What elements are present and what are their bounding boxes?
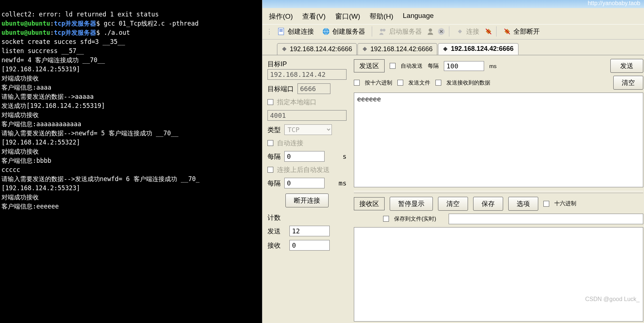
recv-count-value [289, 240, 330, 251]
tab-conn-2[interactable]: 192.168.124.42:6666 [438, 43, 518, 55]
separator [372, 26, 372, 37]
term-line: 对端成功接收 [1, 75, 39, 82]
local-port-input [267, 110, 347, 121]
interval2-input[interactable] [284, 178, 325, 188]
recv-clear-button[interactable]: 清空 [438, 197, 468, 211]
page-icon [277, 27, 285, 35]
connection-panel: 目标IP 目标端口 指定本地端口 类型 TCP 自动连接 [262, 55, 350, 323]
send-interval-input[interactable] [444, 61, 484, 71]
send-hex-checkbox[interactable] [354, 80, 360, 86]
type-label: 类型 [267, 125, 281, 134]
tab-conn-1[interactable]: 192.168.124.42:6666 [357, 43, 437, 55]
menubar: 操作(O) 查看(V) 窗口(W) 帮助(H) Language [262, 8, 644, 24]
prompt-path: tcp并发服务器 [54, 29, 96, 36]
menu-window[interactable]: 窗口(W) [335, 12, 360, 21]
svg-rect-1 [280, 30, 283, 30]
disconnect-all-button[interactable]: 全部断开 [500, 26, 543, 37]
term-line: 客户端信息:bbbb [1, 157, 51, 164]
svg-rect-2 [280, 31, 283, 31]
recv-count-label: 接收 [267, 241, 286, 250]
auto-send-label: 自动发送 [401, 63, 423, 70]
autosend-onconn-label: 连接上后自动发送 [277, 165, 330, 174]
send-hex-label: 按十六进制 [365, 79, 392, 86]
send-file-checkbox[interactable] [397, 80, 403, 86]
send-button[interactable]: 发送 [610, 59, 643, 73]
term-line: 客户端信息:aaaa [1, 84, 51, 91]
send-textarea[interactable]: eeeeee [354, 93, 643, 187]
send-count-value [289, 226, 330, 236]
unlink-all-icon [503, 27, 511, 35]
recv-save-button[interactable]: 保存 [473, 197, 503, 211]
linux-terminal[interactable]: collect2: error: ld returned 1 exit stat… [0, 0, 262, 323]
unlink-icon[interactable] [484, 27, 493, 35]
close-icon[interactable] [437, 27, 445, 35]
send-count-label: 发送 [267, 227, 286, 236]
auto-connect-checkbox[interactable] [267, 140, 273, 146]
recv-header: 接收区 暂停显示 清空 保存 选项 十六进制 [354, 197, 643, 211]
send-recvdata-checkbox[interactable] [435, 80, 441, 86]
local-port-label: 指定本地端口 [277, 98, 317, 106]
menu-language[interactable]: Language [403, 12, 434, 21]
menu-help[interactable]: 帮助(H) [370, 12, 393, 21]
auto-send-checkbox[interactable] [390, 63, 396, 69]
menu-operate[interactable]: 操作(O) [269, 12, 293, 21]
prompt-cmd: $ ./a.out [96, 29, 130, 36]
recv-textarea[interactable] [354, 227, 643, 322]
users-icon [379, 27, 387, 35]
pause-display-button[interactable]: 暂停显示 [390, 197, 433, 211]
interval2-label: 每隔 [267, 179, 281, 188]
term-line: socket create succes sfd=3 __35__ [1, 38, 125, 45]
send-area-label: 发送区 [354, 59, 385, 72]
banner: http://yanobaby.taob [262, 0, 644, 8]
tab-conn-0[interactable]: 192.168.124.42:6666 [277, 43, 357, 55]
connection-tabs: 192.168.124.42:6666 192.168.124.42:6666 … [262, 40, 644, 55]
prompt-user: ubuntu@ubuntu [1, 20, 50, 27]
toolbar: ⋮ 创建连接 创建服务器 启动服务器 连接 全部断开 [262, 24, 644, 40]
tab-conn-icon [362, 46, 368, 52]
term-line: [192.168.124.2:55322] [1, 139, 80, 146]
local-port-checkbox[interactable] [267, 99, 273, 105]
splitter[interactable] [354, 191, 643, 193]
disconnect-button[interactable]: 断开连接 [285, 194, 329, 207]
term-line: 请输入需要发送的数据-->发送成功newfd= 6 客户端连接成功 __70_ [1, 175, 199, 183]
interval2-unit: ms [338, 179, 347, 187]
autosend-onconn-checkbox[interactable] [267, 167, 273, 173]
svg-point-6 [429, 29, 432, 32]
send-clear-button[interactable]: 清空 [613, 76, 643, 90]
count-label: 计数 [267, 213, 347, 222]
connect-button: 连接 [453, 26, 482, 37]
term-line: 对端成功接收 [1, 111, 39, 119]
recv-option-button[interactable]: 选项 [508, 197, 538, 211]
send-interval-unit: ms [489, 63, 497, 69]
prompt-user: ubuntu@ubuntu [1, 29, 50, 36]
save-to-file-checkbox[interactable] [383, 216, 389, 222]
save-file-path-input[interactable] [449, 214, 643, 224]
term-line: collect2: error: ld returned 1 exit stat… [1, 11, 159, 18]
banner-url: http://yanobaby.taob [588, 0, 640, 6]
separator [449, 26, 449, 37]
target-ip-label: 目标IP [267, 60, 347, 68]
term-line: [192.168.124.2:55319] [1, 65, 80, 73]
create-server-button[interactable]: 创建服务器 [319, 26, 368, 37]
link-icon [456, 27, 464, 35]
term-line: 发送成功[192.168.124.2:55319] [1, 102, 105, 109]
create-connection-button[interactable]: 创建连接 [274, 26, 317, 37]
term-line: 客户端信息:aaaaaaaaaaaa [1, 120, 81, 128]
target-port-input [297, 83, 330, 94]
term-line: listen succress __57__ [1, 47, 84, 55]
send-interval-label: 每隔 [428, 63, 439, 70]
interval1-input[interactable] [284, 151, 325, 162]
user-add-icon[interactable] [427, 27, 435, 35]
tab-conn-icon [442, 46, 449, 52]
separator [496, 26, 497, 37]
menu-view[interactable]: 查看(V) [302, 12, 325, 21]
workarea: 目标IP 目标端口 指定本地端口 类型 TCP 自动连接 [262, 55, 644, 323]
term-line: 对端成功接收 [1, 148, 39, 155]
prompt-path: tcp并发服务器 [54, 20, 96, 27]
recv-hex-checkbox[interactable] [543, 201, 549, 207]
tcp-tool-window: http://yanobaby.taob 操作(O) 查看(V) 窗口(W) 帮… [262, 0, 644, 323]
interval1-unit: s [342, 153, 347, 160]
target-ip-input [267, 69, 347, 80]
send-header: 发送区 自动发送 每隔 ms 发送 [354, 59, 643, 73]
term-line: [192.168.124.2:55323] [1, 184, 80, 192]
